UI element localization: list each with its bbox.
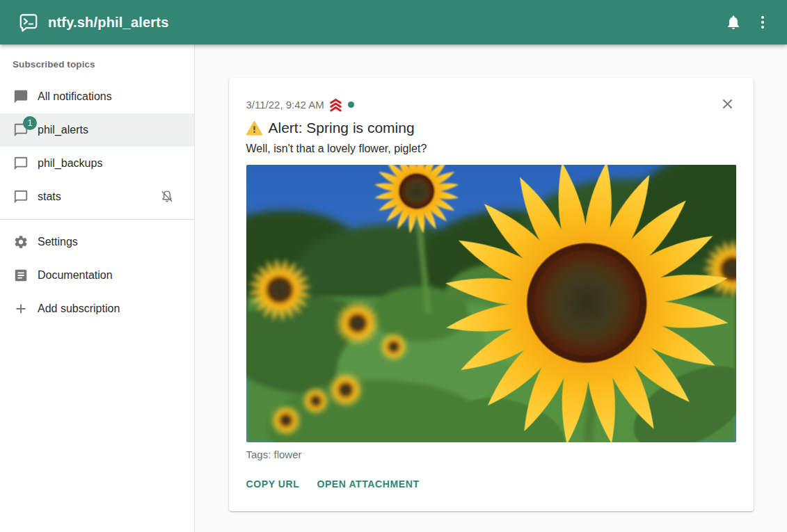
tags-label: Tags: flower — [246, 449, 736, 460]
attachment-image[interactable] — [246, 165, 736, 442]
card-actions: COPY URL OPEN ATTACHMENT — [246, 474, 736, 494]
sidebar-item-label: phil_alerts — [38, 124, 88, 136]
sidebar-item-all-notifications[interactable]: All notifications — [0, 80, 194, 113]
unread-dot — [348, 102, 354, 108]
sidebar-item-label: stats — [38, 191, 61, 203]
open-attachment-button[interactable]: OPEN ATTACHMENT — [317, 474, 419, 494]
sidebar-item-phil-alerts[interactable]: 1 phil_alerts — [0, 113, 194, 147]
warning-triangle-icon — [246, 120, 262, 136]
sidebar-item-add-subscription[interactable]: Add subscription — [0, 292, 194, 325]
sidebar-item-phil-backups[interactable]: phil_backups — [0, 147, 194, 180]
sidebar: Subscribed topics All notifications 1 ph… — [0, 45, 195, 532]
close-icon — [720, 96, 736, 112]
plus-icon — [13, 300, 29, 317]
sidebar-item-label: Settings — [38, 236, 78, 248]
chat-bubble-outline-icon — [13, 188, 29, 205]
sidebar-divider — [0, 219, 194, 220]
dismiss-notification-button[interactable] — [719, 95, 737, 113]
notification-message: Well, isn't that a lovely flower, piglet… — [246, 141, 736, 156]
notification-meta: 3/11/22, 9:42 AM — [246, 97, 736, 113]
sidebar-item-settings[interactable]: Settings — [0, 225, 194, 259]
main-content: 3/11/22, 9:42 AM — [195, 45, 787, 532]
chat-bubble-filled-icon — [13, 88, 29, 105]
chat-bubble-outline-icon — [13, 155, 29, 172]
article-icon — [13, 267, 29, 284]
bell-icon — [725, 14, 742, 31]
sidebar-item-label: Documentation — [38, 269, 113, 282]
chat-bubble-outline-icon: 1 — [13, 122, 29, 138]
app-bar: ntfy.sh/phil_alerts — [0, 0, 787, 45]
gear-icon — [13, 234, 29, 250]
copy-url-button[interactable]: COPY URL — [246, 474, 300, 494]
more-vert-icon — [754, 14, 771, 31]
notification-title-row: Alert: Spring is coming — [246, 118, 736, 138]
sidebar-item-stats[interactable]: stats — [0, 180, 194, 213]
sidebar-item-documentation[interactable]: Documentation — [0, 259, 194, 292]
sidebar-item-label: All notifications — [38, 90, 112, 103]
timestamp: 3/11/22, 9:42 AM — [246, 99, 324, 111]
notifications-bell-button[interactable] — [719, 8, 748, 37]
unread-count-badge: 1 — [23, 116, 37, 130]
subscribed-topics-label: Subscribed topics — [0, 45, 194, 80]
priority-max-icon — [328, 97, 344, 113]
notification-title: Alert: Spring is coming — [269, 118, 415, 138]
sidebar-item-label: Add subscription — [38, 303, 120, 315]
notifications-off-icon — [159, 189, 175, 204]
overflow-menu-button[interactable] — [748, 8, 777, 37]
ntfy-logo-icon — [18, 12, 39, 33]
notification-card: 3/11/22, 9:42 AM — [229, 78, 754, 511]
page-title: ntfy.sh/phil_alerts — [48, 15, 168, 31]
sidebar-item-label: phil_backups — [38, 157, 102, 170]
